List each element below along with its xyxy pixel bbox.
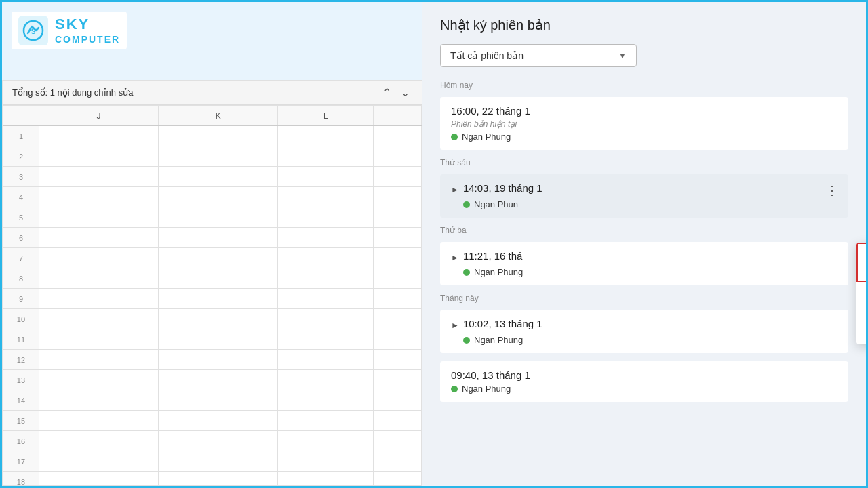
- expand-arrow-month-icon: ►: [451, 321, 459, 330]
- cell-extra-3: [374, 167, 422, 187]
- table-row[interactable]: 4: [3, 187, 422, 207]
- cell-k-5[interactable]: [159, 207, 278, 228]
- col-header-l[interactable]: L: [278, 106, 374, 126]
- row-num-7: 7: [3, 248, 39, 268]
- context-menu-rename[interactable]: Đặt tên cho phiên bản này: [856, 282, 866, 319]
- cell-j-8[interactable]: [39, 268, 158, 289]
- cell-j-7[interactable]: [39, 248, 158, 268]
- cell-k-10[interactable]: [159, 309, 278, 329]
- more-options-btn[interactable]: ⋮: [823, 181, 842, 200]
- cell-l-4[interactable]: [278, 187, 374, 207]
- dropdown-label: Tất cả phiên bản: [450, 50, 524, 61]
- cell-j-5[interactable]: [39, 207, 158, 228]
- cell-j-6[interactable]: [39, 228, 158, 248]
- table-row[interactable]: 7: [3, 248, 422, 268]
- table-row[interactable]: 12: [3, 350, 422, 370]
- collapse-btn[interactable]: ⌃: [380, 85, 394, 100]
- cell-l-12[interactable]: [278, 350, 374, 370]
- version-item-month-2[interactable]: 09:40, 13 tháng 1 Ngan Phung: [440, 361, 848, 402]
- cell-k-6[interactable]: [159, 228, 278, 248]
- cell-l-13[interactable]: [278, 370, 374, 390]
- cell-k-12[interactable]: [159, 350, 278, 370]
- cell-extra-12: [374, 350, 422, 370]
- col-header-j[interactable]: J: [39, 106, 158, 126]
- row-num-6: 6: [3, 228, 39, 248]
- logo-computer: COMPUTER: [55, 34, 120, 45]
- cell-l-16[interactable]: [278, 431, 374, 451]
- context-menu-copy[interactable]: Tạo bản sao: [856, 319, 866, 344]
- cell-j-15[interactable]: [39, 411, 158, 431]
- cell-k-16[interactable]: [159, 431, 278, 451]
- cell-j-14[interactable]: [39, 390, 158, 411]
- cell-k-13[interactable]: [159, 370, 278, 390]
- version-item-friday-1[interactable]: ► 14:03, 19 tháng 1 ⋮ Ngan Phun: [440, 174, 848, 218]
- version-item-month-1[interactable]: ► 10:02, 13 tháng 1 Ngan Phung: [440, 310, 848, 353]
- cell-l-14[interactable]: [278, 390, 374, 411]
- cell-j-10[interactable]: [39, 309, 158, 329]
- cell-j-17[interactable]: [39, 451, 158, 472]
- table-row[interactable]: 6: [3, 228, 422, 248]
- spreadsheet-table: J K L 1 2 3: [3, 105, 422, 486]
- table-row[interactable]: 3: [3, 167, 422, 187]
- section-label-today: Hôm nay: [440, 81, 848, 90]
- cell-l-15[interactable]: [278, 411, 374, 431]
- summary-text: Tổng số: 1 nội dung chỉnh sửa: [12, 87, 133, 98]
- table-row[interactable]: 13: [3, 370, 422, 390]
- table-row[interactable]: 17: [3, 451, 422, 472]
- cell-l-17[interactable]: [278, 451, 374, 472]
- cell-k-8[interactable]: [159, 268, 278, 289]
- cell-l-7[interactable]: [278, 248, 374, 268]
- version-dropdown[interactable]: Tất cả phiên bản ▼: [440, 44, 637, 67]
- cell-j-3[interactable]: [39, 167, 158, 187]
- table-row[interactable]: 1: [3, 126, 422, 146]
- cell-l-18[interactable]: [278, 472, 374, 487]
- table-row[interactable]: 16: [3, 431, 422, 451]
- cell-k-18[interactable]: [159, 472, 278, 487]
- table-row[interactable]: 14: [3, 390, 422, 411]
- table-row[interactable]: 2: [3, 146, 422, 167]
- cell-j-2[interactable]: [39, 146, 158, 167]
- table-row[interactable]: 18: [3, 472, 422, 487]
- table-row[interactable]: 11: [3, 329, 422, 350]
- cell-k-3[interactable]: [159, 167, 278, 187]
- cell-l-9[interactable]: [278, 289, 374, 309]
- cell-k-9[interactable]: [159, 289, 278, 309]
- cell-l-1[interactable]: [278, 126, 374, 146]
- col-header-k[interactable]: K: [159, 106, 278, 126]
- expand-btn[interactable]: ⌄: [398, 85, 412, 100]
- cell-l-6[interactable]: [278, 228, 374, 248]
- cell-l-3[interactable]: [278, 167, 374, 187]
- table-row[interactable]: 5: [3, 207, 422, 228]
- cell-j-9[interactable]: [39, 289, 158, 309]
- table-row[interactable]: 10: [3, 309, 422, 329]
- version-item-tuesday-1[interactable]: ► 11:21, 16 thá Ngan Phung: [440, 242, 848, 285]
- cell-k-17[interactable]: [159, 451, 278, 472]
- cell-j-4[interactable]: [39, 187, 158, 207]
- cell-k-15[interactable]: [159, 411, 278, 431]
- cell-k-1[interactable]: [159, 126, 278, 146]
- cell-j-13[interactable]: [39, 370, 158, 390]
- version-author-friday-1: Ngan Phun: [451, 199, 837, 209]
- version-item-today-1[interactable]: 16:00, 22 tháng 1 Phiên bản hiện tại Nga…: [440, 97, 848, 150]
- cell-l-11[interactable]: [278, 329, 374, 350]
- cell-j-11[interactable]: [39, 329, 158, 350]
- row-num-12: 12: [3, 350, 39, 370]
- cell-l-2[interactable]: [278, 146, 374, 167]
- cell-k-14[interactable]: [159, 390, 278, 411]
- table-row[interactable]: 8: [3, 268, 422, 289]
- table-row[interactable]: 15: [3, 411, 422, 431]
- cell-extra-9: [374, 289, 422, 309]
- cell-k-4[interactable]: [159, 187, 278, 207]
- cell-l-10[interactable]: [278, 309, 374, 329]
- cell-k-7[interactable]: [159, 248, 278, 268]
- cell-j-18[interactable]: [39, 472, 158, 487]
- cell-l-8[interactable]: [278, 268, 374, 289]
- cell-k-11[interactable]: [159, 329, 278, 350]
- cell-j-1[interactable]: [39, 126, 158, 146]
- cell-j-12[interactable]: [39, 350, 158, 370]
- table-row[interactable]: 9: [3, 289, 422, 309]
- context-menu-restore[interactable]: Khôi phục phiên bản này: [856, 243, 866, 282]
- cell-j-16[interactable]: [39, 431, 158, 451]
- cell-l-5[interactable]: [278, 207, 374, 228]
- cell-k-2[interactable]: [159, 146, 278, 167]
